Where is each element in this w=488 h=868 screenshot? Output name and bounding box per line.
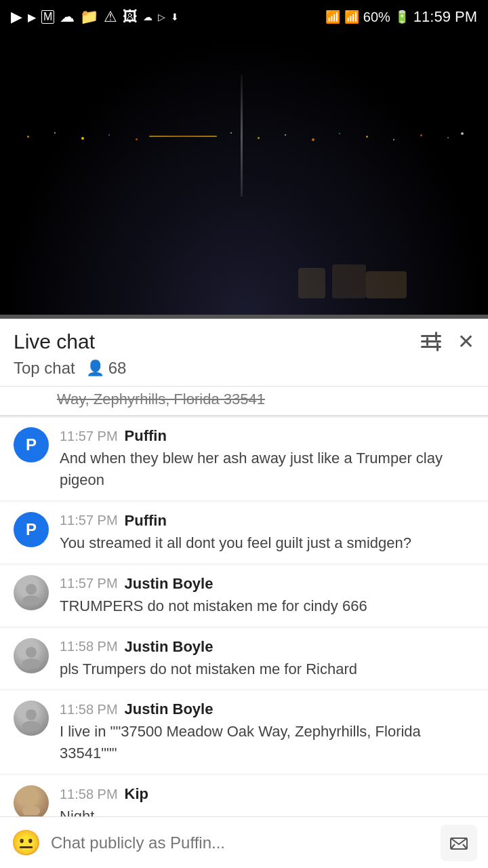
message-author: Puffin — [125, 427, 167, 445]
message-author: Justin Boyle — [125, 638, 214, 656]
message-text: You streamed it all dont you feel guilt … — [60, 532, 474, 554]
chat-subtitle-row: Top chat 👤 68 — [14, 359, 474, 378]
chat-message: 11:58 PMJustin BoyleI live in ""37500 Me… — [0, 691, 488, 774]
avatar: P — [14, 427, 49, 462]
avatar — [14, 785, 49, 821]
svg-point-5 — [22, 721, 40, 730]
message-content: 11:58 PMJustin Boylepls Trumpers do not … — [60, 638, 474, 680]
chat-message: P11:57 PMPuffinAnd when they blew her as… — [0, 418, 488, 501]
battery-icon: 🔋 — [394, 9, 409, 24]
building-light-3 — [298, 268, 325, 298]
message-time: 11:57 PM — [60, 513, 118, 528]
emoji-button[interactable]: 😐 — [11, 829, 41, 857]
chat-message: 11:58 PMJustin Boylepls Trumpers do not … — [0, 629, 488, 690]
message-time: 11:57 PM — [60, 429, 118, 444]
chat-message: 11:57 PMJustin BoyleTRUMPERS do not mist… — [0, 566, 488, 627]
video-progress-bar[interactable] — [0, 315, 488, 319]
message-content: 11:57 PMPuffinYou streamed it all dont y… — [60, 512, 474, 554]
avatar — [14, 575, 49, 610]
chat-header-icons: ✕ — [421, 330, 474, 353]
play-icon: ▶ — [11, 8, 22, 26]
send-button[interactable] — [441, 825, 477, 861]
viewer-number: 68 — [108, 359, 127, 378]
svg-point-1 — [22, 595, 40, 605]
time-display: 11:59 PM — [413, 8, 477, 26]
battery-percent: 60% — [363, 9, 390, 25]
slider-line-1 — [421, 335, 441, 337]
svg-point-7 — [22, 806, 40, 815]
download-icon: ⬇ — [171, 12, 179, 22]
play2-icon: ▷ — [158, 12, 165, 22]
top-chat-label[interactable]: Top chat — [14, 359, 75, 378]
signal-icon: 📶 — [344, 9, 359, 24]
message-text: pls Trumpers do not mistaken me for Rich… — [60, 658, 474, 680]
video-scene — [0, 34, 488, 319]
message-content: 11:57 PMJustin BoyleTRUMPERS do not mist… — [60, 575, 474, 617]
message-author: Justin Boyle — [125, 575, 214, 593]
chat-messages-list: P11:57 PMPuffinAnd when they blew her as… — [0, 418, 488, 868]
folder-icon: 📁 — [80, 8, 98, 26]
status-icons-right: 📶 📶 60% 🔋 11:59 PM — [325, 8, 477, 26]
message-meta: 11:58 PMKip — [60, 785, 474, 803]
avatar — [14, 701, 49, 736]
viewer-icon: 👤 — [86, 359, 104, 377]
message-author: Kip — [125, 785, 148, 803]
partial-message: Way, Zephyrhills, Florida 33541 — [0, 387, 488, 416]
video-player[interactable] — [0, 34, 488, 319]
chat-input-bar: 😐 — [0, 816, 488, 868]
send-icon — [449, 835, 468, 850]
message-time: 11:58 PM — [60, 639, 118, 654]
partial-message-text: Way, Zephyrhills, Florida 33541 — [57, 391, 265, 408]
message-time: 11:57 PM — [60, 576, 118, 591]
chat-message: P11:57 PMPuffinYou streamed it all dont … — [0, 502, 488, 564]
avatar: P — [14, 512, 49, 547]
svg-point-4 — [26, 709, 37, 720]
wifi-icon: 📶 — [325, 9, 340, 24]
svg-point-2 — [26, 647, 37, 658]
svg-point-6 — [26, 794, 37, 805]
message-meta: 11:58 PMJustin Boyle — [60, 638, 474, 656]
live-chat-title: Live chat — [14, 330, 95, 353]
alert-icon: ⚠ — [104, 8, 117, 26]
viewer-count: 👤 68 — [86, 359, 127, 378]
message-time: 11:58 PM — [60, 787, 118, 802]
slider-line-3 — [421, 346, 441, 348]
message-meta: 11:57 PMPuffin — [60, 427, 474, 445]
image-icon: 🖼 — [123, 8, 138, 26]
svg-point-0 — [26, 584, 37, 595]
youtube-icon: ▶ — [28, 11, 36, 24]
status-bar: ▶ ▶ M ☁ 📁 ⚠ 🖼 ☁ ▷ ⬇ 📶 📶 60% 🔋 11:59 PM — [0, 0, 488, 34]
message-author: Justin Boyle — [125, 701, 214, 718]
building-light-1 — [366, 271, 407, 298]
chat-title-row: Live chat ✕ — [14, 330, 474, 353]
cloud-icon: ☁ — [60, 8, 75, 26]
message-text: TRUMPERS do not mistaken me for cindy 66… — [60, 595, 474, 617]
cloud2-icon: ☁ — [143, 12, 152, 22]
monument-beam — [241, 75, 243, 197]
message-meta: 11:57 PMPuffin — [60, 512, 474, 530]
city-lights — [0, 129, 488, 149]
message-content: 11:58 PMJustin BoyleI live in ""37500 Me… — [60, 701, 474, 764]
status-icons-left: ▶ ▶ M ☁ 📁 ⚠ 🖼 ☁ ▷ ⬇ — [11, 8, 179, 26]
message-author: Puffin — [125, 512, 167, 530]
close-button[interactable]: ✕ — [458, 330, 474, 353]
svg-point-3 — [22, 658, 40, 668]
message-content: 11:57 PMPuffinAnd when they blew her ash… — [60, 427, 474, 491]
chat-header: Live chat ✕ Top chat 👤 68 — [0, 319, 488, 387]
message-text: I live in ""37500 Meadow Oak Way, Zephyr… — [60, 721, 474, 764]
m-icon: M — [41, 10, 54, 24]
message-meta: 11:57 PMJustin Boyle — [60, 575, 474, 593]
message-time: 11:58 PM — [60, 702, 118, 717]
message-meta: 11:58 PMJustin Boyle — [60, 701, 474, 718]
avatar — [14, 638, 49, 673]
chat-input-field[interactable] — [51, 833, 431, 852]
message-text: And when they blew her ash away just lik… — [60, 448, 474, 491]
building-light-2 — [332, 264, 366, 298]
filter-icon[interactable] — [421, 335, 441, 348]
